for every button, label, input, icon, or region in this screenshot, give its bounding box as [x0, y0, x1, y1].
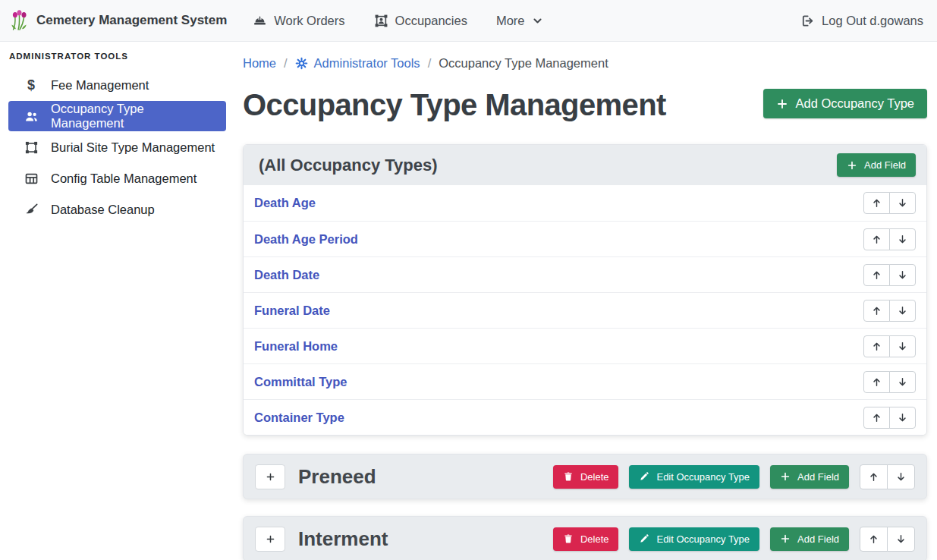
field-link-death-age-period[interactable]: Death Age Period [254, 232, 358, 247]
plus-icon [266, 472, 275, 482]
delete-button[interactable]: Delete [553, 527, 619, 551]
add-field-button[interactable]: Add Field [770, 527, 849, 551]
add-field-button[interactable]: Add Field [837, 153, 916, 177]
delete-button[interactable]: Delete [553, 465, 619, 489]
move-up-button[interactable] [863, 192, 890, 214]
move-down-button[interactable] [889, 407, 916, 429]
main-content: Home / Administrator Tools / Occupancy T… [235, 42, 937, 560]
plus-icon [266, 534, 275, 544]
move-up-button[interactable] [860, 527, 888, 552]
move-down-button[interactable] [889, 264, 916, 286]
expand-button[interactable] [255, 464, 285, 489]
edit-occupancy-type-button[interactable]: Edit Occupancy Type [629, 527, 759, 551]
users-icon [23, 109, 39, 124]
field-link-death-age[interactable]: Death Age [254, 196, 316, 210]
sidebar-item-config-table-management[interactable]: Config Table Management [8, 163, 226, 193]
move-down-button[interactable] [889, 371, 916, 393]
move-down-button[interactable] [887, 464, 915, 489]
reorder-controls [863, 371, 916, 393]
move-down-button[interactable] [889, 228, 916, 250]
field-row: Container Type [244, 399, 926, 435]
add-field-label: Add Field [797, 533, 839, 545]
edit-occupancy-type-button[interactable]: Edit Occupancy Type [629, 465, 759, 489]
move-down-button[interactable] [889, 192, 916, 214]
brand[interactable]: Cemetery Management System [9, 9, 227, 32]
plus-icon [780, 471, 791, 482]
field-link-container-type[interactable]: Container Type [254, 411, 344, 425]
top-navbar: Cemetery Management System Work Orders O… [0, 0, 937, 42]
tulips-logo-icon [9, 9, 29, 32]
move-down-button[interactable] [889, 300, 916, 322]
field-row: Funeral Date [244, 292, 926, 328]
breadcrumb-separator: / [428, 54, 432, 72]
breadcrumb: Home / Administrator Tools / Occupancy T… [243, 54, 927, 72]
field-link-funeral-home[interactable]: Funeral Home [254, 339, 338, 354]
field-link-committal-type[interactable]: Committal Type [254, 375, 347, 389]
field-row: Funeral Home [244, 328, 926, 363]
move-down-button[interactable] [889, 335, 916, 357]
occupancy-frame-icon [374, 14, 388, 28]
sidebar-item-burial-site-type-management[interactable]: Burial Site Type Management [8, 132, 226, 162]
navbar-right: Log Out d.gowans [800, 14, 923, 28]
brand-title: Cemetery Management System [36, 13, 227, 28]
field-row: Death Date [244, 256, 926, 292]
add-field-button[interactable]: Add Field [770, 465, 849, 489]
sidebar: ADMINISTRATOR TOOLS $ Fee Management Occ… [0, 42, 235, 560]
reorder-controls [863, 192, 916, 214]
field-link-death-date[interactable]: Death Date [254, 268, 319, 282]
delete-label: Delete [580, 533, 609, 545]
nav-item-label: Work Orders [274, 14, 344, 28]
occupancy-type-panel-preneed: Preneed Delete Edit Occupancy Type Add F… [243, 454, 927, 499]
field-row: Death Age Period [244, 221, 926, 256]
sidebar-item-label: Burial Site Type Management [51, 140, 215, 155]
type-actions: Delete Edit Occupancy Type Add Field [553, 527, 915, 552]
panel-title: (All Occupancy Types) [259, 156, 438, 175]
breadcrumb-admin-tools-link[interactable]: Administrator Tools [295, 54, 420, 72]
hard-hat-icon [253, 14, 267, 28]
chevron-down-icon [532, 15, 543, 27]
move-up-button[interactable] [863, 371, 890, 393]
move-up-button[interactable] [860, 464, 888, 489]
reorder-controls [860, 527, 915, 552]
all-occupancy-types-panel: (All Occupancy Types) Add Field Death Ag… [243, 144, 927, 436]
edit-occupancy-type-label: Edit Occupancy Type [656, 471, 750, 483]
logout-button[interactable]: Log Out d.gowans [800, 14, 923, 28]
reorder-controls [860, 464, 915, 489]
plus-icon [847, 160, 857, 171]
sign-out-icon [800, 14, 815, 28]
plus-icon [776, 98, 788, 110]
add-occupancy-type-button[interactable]: Add Occupancy Type [763, 89, 927, 118]
breadcrumb-admin-tools-label: Administrator Tools [314, 54, 420, 72]
nav-item-more[interactable]: More [496, 14, 543, 28]
move-up-button[interactable] [863, 407, 890, 429]
move-down-button[interactable] [887, 527, 915, 552]
vector-square-icon [23, 140, 39, 155]
pencil-icon [639, 533, 649, 544]
add-field-label: Add Field [864, 159, 906, 171]
delete-label: Delete [580, 471, 609, 483]
navbar-menu: Work Orders Occupancies More [253, 14, 542, 28]
sidebar-item-database-cleanup[interactable]: Database Cleanup [8, 194, 226, 225]
edit-occupancy-type-label: Edit Occupancy Type [656, 533, 750, 545]
field-link-funeral-date[interactable]: Funeral Date [254, 304, 330, 318]
type-actions: Delete Edit Occupancy Type Add Field [553, 464, 915, 489]
nav-item-label: More [496, 14, 525, 28]
field-row: Committal Type [244, 363, 926, 399]
breadcrumb-home-link[interactable]: Home [243, 54, 276, 72]
breadcrumb-separator: / [284, 54, 288, 72]
sidebar-item-occupancy-type-management[interactable]: Occupancy Type Management [8, 101, 226, 131]
reorder-controls [863, 407, 916, 429]
title-row: Occupancy Type Management Add Occupancy … [243, 84, 927, 125]
trash-icon [563, 533, 574, 544]
expand-button[interactable] [255, 527, 285, 552]
broom-icon [23, 203, 39, 217]
table-icon [23, 171, 39, 186]
nav-item-work-orders[interactable]: Work Orders [253, 14, 344, 28]
move-up-button[interactable] [863, 228, 890, 250]
move-up-button[interactable] [863, 300, 890, 322]
move-up-button[interactable] [863, 264, 890, 286]
nav-item-occupancies[interactable]: Occupancies [374, 14, 467, 28]
sidebar-item-fee-management[interactable]: $ Fee Management [8, 70, 226, 100]
move-up-button[interactable] [863, 335, 890, 357]
occupancy-type-title: Interment [298, 527, 388, 551]
